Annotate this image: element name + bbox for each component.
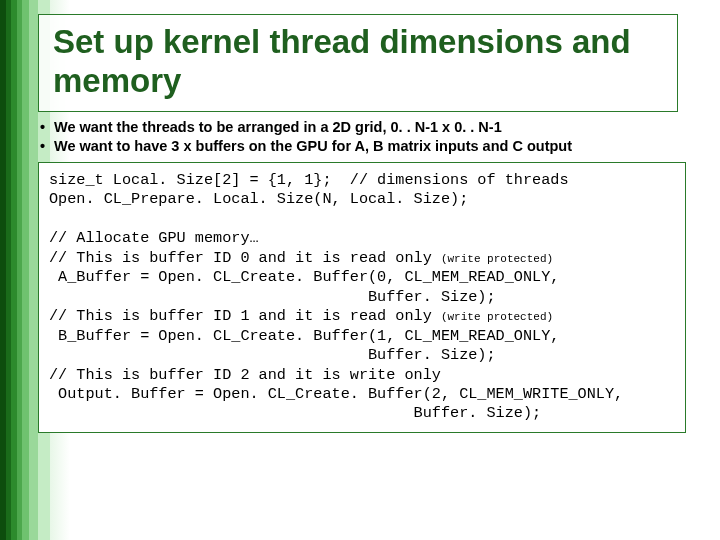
code-line: Open. CL_Prepare. Local. Size(N, Local. … xyxy=(49,190,468,208)
code-line: A_Buffer = Open. CL_Create. Buffer(0, CL… xyxy=(49,268,559,286)
code-line: // Allocate GPU memory… xyxy=(49,229,259,247)
code-line: B_Buffer = Open. CL_Create. Buffer(1, CL… xyxy=(49,327,559,345)
code-annotation: (write protected) xyxy=(441,311,553,323)
code-line: // This is buffer ID 2 and it is write o… xyxy=(49,366,441,384)
code-container: size_t Local. Size[2] = {1, 1}; // dimen… xyxy=(38,162,686,433)
code-line: Buffer. Size); xyxy=(49,346,496,364)
code-block: size_t Local. Size[2] = {1, 1}; // dimen… xyxy=(49,171,675,424)
code-line: // This is buffer ID 0 and it is read on… xyxy=(49,249,441,267)
code-line: // This is buffer ID 1 and it is read on… xyxy=(49,307,441,325)
code-line: Output. Buffer = Open. CL_Create. Buffer… xyxy=(49,385,623,403)
bullet-item: We want to have 3 x buffers on the GPU f… xyxy=(34,137,694,156)
slide-title: Set up kernel thread dimensions and memo… xyxy=(53,23,663,101)
code-line: Buffer. Size); xyxy=(49,288,496,306)
code-line: Buffer. Size); xyxy=(49,404,541,422)
bullet-item: We want the threads to be arranged in a … xyxy=(34,118,694,137)
code-annotation: (write protected) xyxy=(441,253,553,265)
bullet-list: We want the threads to be arranged in a … xyxy=(34,118,694,156)
title-container: Set up kernel thread dimensions and memo… xyxy=(38,14,678,112)
code-line: size_t Local. Size[2] = {1, 1}; // dimen… xyxy=(49,171,569,189)
